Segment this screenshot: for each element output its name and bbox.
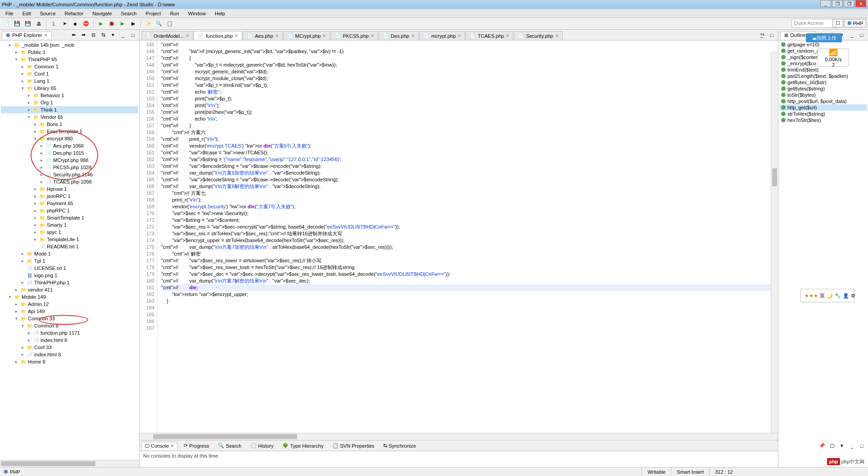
cloud-upload-widget[interactable]: ☁ 拍照上传	[806, 33, 842, 42]
expand-icon[interactable]: ▸	[26, 330, 32, 336]
minimize-outline-icon[interactable]: _	[847, 31, 856, 40]
close-tab-icon[interactable]: ✕	[275, 33, 279, 38]
tree-item[interactable]: ▸📁Api 149	[1, 308, 138, 315]
close-tab-icon[interactable]: ✕	[555, 33, 559, 38]
project-tree[interactable]: ▸📁_mobile 149 [svn: _mob▸📁Public 1▾📁Thin…	[0, 40, 139, 460]
outline-item[interactable]: strToHex($string)	[779, 111, 867, 117]
editor-tab[interactable]: 📄Aes.php✕	[243, 31, 282, 40]
menu-refactor[interactable]: Refactor	[61, 10, 87, 17]
bottom-tab-synchronize[interactable]: ⇆Synchronize	[380, 442, 419, 449]
close-tab-icon[interactable]: ✕	[457, 33, 461, 38]
maximize-bottom-icon[interactable]: □	[857, 441, 866, 450]
tree-item[interactable]: ▸📄PKCS5.php 1028	[1, 164, 138, 171]
php-perspective-button[interactable]: ⬢PHP	[844, 19, 866, 27]
expand-icon[interactable]: ▸	[32, 222, 38, 228]
expand-icon[interactable]: ▸	[26, 337, 32, 343]
editor-body[interactable]: 1451461471481491501511521531541551561571…	[140, 40, 778, 433]
tree-item[interactable]: ▸📄index.html 8	[1, 337, 138, 344]
tree-item[interactable]: ▸📁jsonRPC 1	[1, 193, 138, 200]
editor-tab[interactable]: 📄Des.php✕	[379, 31, 419, 40]
expand-icon[interactable]: ▸	[20, 78, 25, 84]
expand-icon[interactable]: ▸	[26, 93, 32, 98]
expand-icon[interactable]: ▸	[32, 208, 38, 213]
ime-user-icon[interactable]: 👤	[843, 293, 849, 299]
tree-item[interactable]: ▾📁Common 33	[1, 315, 138, 322]
expand-icon[interactable]: ▸	[39, 165, 44, 170]
editor-tab[interactable]: 📄Security.php✕	[514, 31, 562, 40]
menu-icon[interactable]: ▾	[108, 31, 118, 40]
task-icon[interactable]: 📋	[165, 19, 174, 28]
menu-project[interactable]: Project	[142, 10, 164, 17]
expand-icon[interactable]	[20, 265, 25, 271]
collapse-icon[interactable]: ⊟	[89, 31, 98, 40]
bottom-tab-type-hierarchy[interactable]: 🌳Type Hierarchy	[280, 442, 326, 449]
forward-icon[interactable]: ➡	[79, 31, 88, 40]
minimize-panel-icon[interactable]: _	[118, 31, 127, 40]
tree-item[interactable]: ▾📁Library 65	[1, 85, 138, 92]
outline-item[interactable]: hexToStr($hex)	[779, 117, 867, 123]
editor-tab[interactable]: 📄mcrypt.php✕	[419, 31, 465, 40]
close-tab-icon[interactable]: ✕	[185, 33, 189, 38]
collapse-icon[interactable]: ▾	[7, 294, 13, 300]
tree-item[interactable]: ▸📄Security.php 1146	[1, 171, 138, 178]
print-icon[interactable]: 🖶	[34, 19, 43, 28]
profile-icon[interactable]: ▶	[118, 19, 127, 28]
menu-edit[interactable]: Edit	[19, 10, 35, 17]
expand-icon[interactable]: ▸	[20, 64, 25, 69]
explorer-hscrollbar[interactable]	[0, 460, 139, 467]
expand-icon[interactable]: ▸	[14, 49, 19, 55]
editor-tab[interactable]: 📄OrderModel...✕	[141, 31, 193, 40]
collapse-icon[interactable]: ▾	[20, 85, 25, 91]
tree-item[interactable]: ▸📁spyc 1	[1, 229, 138, 236]
close-button[interactable]: ✕	[855, 0, 866, 7]
collapse-icon[interactable]: ▾	[32, 136, 38, 141]
menu-search[interactable]: Search	[118, 10, 140, 17]
tree-item[interactable]: ▸📁Hprose 1	[1, 185, 138, 193]
tree-item[interactable]: ▸📄function.php 1171	[1, 329, 138, 337]
expand-icon[interactable]: ▸	[39, 179, 44, 184]
maximize-editor-icon[interactable]: □	[767, 31, 776, 40]
outline-item[interactable]: http_get($url)	[779, 104, 867, 111]
stop-icon[interactable]: ■	[71, 19, 80, 28]
close-tab-icon[interactable]: ✕	[371, 33, 374, 38]
tree-item[interactable]: ▸📁Home 8	[1, 358, 138, 365]
tree-item[interactable]: ▸📁_mobile 149 [svn: _mob	[1, 41, 138, 49]
collapse-icon[interactable]: ▾	[20, 323, 25, 328]
tree-item[interactable]: ▸📄MCrypt.php 998	[1, 157, 138, 164]
tree-item[interactable]: ▾📁Mobile 149	[1, 293, 138, 301]
quick-access-input[interactable]: Quick Access	[791, 19, 836, 28]
tree-item[interactable]: ▸📄ThinkPHP.php 1	[1, 279, 138, 286]
expand-icon[interactable]: ▸	[26, 107, 32, 112]
expand-icon[interactable]: ▸	[20, 258, 25, 264]
expand-icon[interactable]: ▸	[26, 100, 32, 105]
tree-item[interactable]: ▾📁ThinkPHP 65	[1, 56, 138, 63]
tree-item[interactable]: ▸📁Common 1	[1, 63, 138, 70]
restore-button[interactable]: ❐	[832, 0, 843, 7]
collapse-icon[interactable]: ▾	[14, 57, 19, 62]
expand-icon[interactable]: ▸	[20, 280, 25, 285]
close-tab-icon[interactable]: ✕	[506, 33, 509, 38]
tree-item[interactable]: ▾📁Common 8	[1, 322, 138, 329]
ime-settings-icon[interactable]: ⚙	[851, 293, 855, 299]
editor-vscrollbar[interactable]	[771, 51, 778, 433]
tree-item[interactable]: ▾📁encrypt 880	[1, 135, 138, 142]
skip-icon[interactable]: ⤵	[49, 19, 58, 28]
maximize-button[interactable]: ❐	[844, 0, 854, 7]
close-tab-icon[interactable]: ✕	[322, 33, 326, 38]
editor-tab[interactable]: 📄function.php✕	[194, 31, 242, 40]
outline-item[interactable]: trimEnd($text)	[779, 67, 867, 73]
collapse-icon[interactable]: ▾	[14, 316, 19, 321]
menu-navigate[interactable]: Navigate	[89, 10, 115, 17]
expand-icon[interactable]: ▸	[39, 172, 44, 177]
tree-item[interactable]: ▸📁Think 1	[1, 106, 138, 113]
expand-icon[interactable]: ▸	[14, 301, 19, 307]
maximize-outline-icon[interactable]: □	[857, 31, 866, 40]
debug-icon[interactable]: 🐞	[107, 19, 116, 28]
disconnect-icon[interactable]: ⛔	[81, 19, 90, 28]
minimize-bottom-icon[interactable]: _	[847, 441, 856, 450]
wand-icon[interactable]: ✨	[144, 19, 153, 28]
expand-icon[interactable]: ▸	[32, 186, 38, 192]
search-icon[interactable]: 🔍	[154, 19, 163, 28]
tree-item[interactable]: ▸📄Des.php 1015	[1, 149, 138, 157]
outline-item[interactable]: http_post($url, $post_data)	[779, 98, 867, 104]
